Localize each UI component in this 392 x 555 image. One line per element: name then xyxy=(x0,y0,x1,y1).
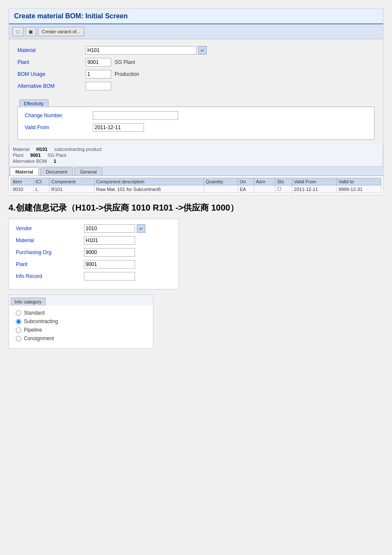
material-input[interactable] xyxy=(86,46,196,55)
table-cell-9: 9999-12-31 xyxy=(337,185,381,193)
effectivity-tab-area: Effectivity xyxy=(17,101,375,107)
toolbar: □ ▣ Create variant of... xyxy=(9,24,383,39)
table-cell-7: ☐ xyxy=(275,185,292,193)
summary-material-label: Material xyxy=(13,147,29,152)
item-table-container: Item ICt Component Component description… xyxy=(9,176,383,195)
check-icon: ▣ xyxy=(29,29,33,35)
info-record-input[interactable] xyxy=(84,272,135,280)
compact-summary: Material H101 subcontracting product Pla… xyxy=(9,145,383,167)
radio-options-container: StandardSubcontractingPipelineConsignmen… xyxy=(16,310,146,341)
radio-row-pipeline: Pipeline xyxy=(16,327,146,333)
purch-org-input[interactable] xyxy=(84,248,135,257)
vendor-label: Vendor xyxy=(16,225,84,231)
page-title: Create material BOM: Initial Screen xyxy=(14,12,128,20)
item-table: Item ICt Component Component description… xyxy=(11,178,381,193)
material-value-group: ↵ xyxy=(86,46,207,55)
radio-consignment[interactable] xyxy=(16,336,21,341)
table-cell-2: R101 xyxy=(49,185,94,193)
valid-from-row: Valid From xyxy=(25,123,367,132)
table-header-row: Item ICt Component Component description… xyxy=(11,178,381,185)
col-valid-from: Valid From xyxy=(292,178,337,185)
summary-alt-bom-value: 1 xyxy=(54,159,56,164)
col-sts: Sts xyxy=(275,178,292,185)
radio-row-consignment: Consignment xyxy=(16,335,146,341)
tab-material[interactable]: Material xyxy=(10,168,39,176)
table-cell-4 xyxy=(204,185,238,193)
table-cell-3: Raw Mat. 101 for Subcontract6 xyxy=(94,185,204,193)
summary-row-3: Alternative BOM 1 xyxy=(13,159,379,164)
summary-material-desc: subcontracting product xyxy=(54,147,101,152)
info-record-row: Info Record xyxy=(16,272,172,280)
plant-input[interactable] xyxy=(86,58,111,66)
summary-plant-value: 9001 xyxy=(30,153,40,158)
summary-material-value: H101 xyxy=(36,147,47,152)
material-match-button[interactable]: ↵ xyxy=(198,46,207,55)
summary-row-1: Material H101 subcontracting product xyxy=(13,147,379,152)
radio-standard[interactable] xyxy=(16,310,21,316)
effectivity-section: Change Number Valid From xyxy=(17,107,375,140)
info-material-label: Material xyxy=(16,237,84,243)
bom-usage-row: BOM Usage Production xyxy=(17,70,375,78)
table-cell-6 xyxy=(254,185,275,193)
info-plant-input[interactable] xyxy=(84,260,135,269)
radio-label-standard: Standard xyxy=(24,310,45,316)
valid-from-input[interactable] xyxy=(93,123,144,132)
summary-alt-bom-label: Alternative BOM xyxy=(13,159,47,164)
summary-plant-desc: SG Plant xyxy=(48,153,66,158)
table-cell-8: 2011-12-11 xyxy=(292,185,337,193)
vendor-input[interactable] xyxy=(84,224,135,233)
vendor-row: Vendor ↵ xyxy=(16,224,172,233)
radio-pipeline[interactable] xyxy=(16,327,21,333)
table-row: 0010LR101Raw Mat. 101 for Subcontract6EA… xyxy=(11,185,381,193)
tab-general[interactable]: General xyxy=(75,168,102,176)
bom-title-bar: Create material BOM: Initial Screen xyxy=(9,9,383,24)
summary-plant-label: Plant xyxy=(13,153,23,158)
bom-usage-value-group: Production xyxy=(86,70,139,78)
info-record-label: Info Record xyxy=(16,273,84,279)
alt-bom-value-group xyxy=(86,82,111,90)
tab-document[interactable]: Document xyxy=(40,168,73,176)
material-row: Material ↵ xyxy=(17,46,375,55)
item-table-body: 0010LR101Raw Mat. 101 for Subcontract6EA… xyxy=(11,185,381,193)
bom-usage-input[interactable] xyxy=(86,70,111,78)
radio-subcontracting[interactable] xyxy=(16,319,21,324)
info-material-input[interactable] xyxy=(84,236,135,245)
info-plant-row: Plant xyxy=(16,260,172,269)
toolbar-btn-2[interactable]: ▣ xyxy=(25,27,36,36)
col-valid-to: Valid to xyxy=(337,178,381,185)
plant-value-group: SG Plant xyxy=(86,58,135,66)
col-un: Un xyxy=(238,178,254,185)
save-icon: □ xyxy=(17,29,20,34)
purch-org-label: Purchasing Org. xyxy=(16,249,84,255)
alt-bom-input[interactable] xyxy=(86,82,111,90)
col-item: Item xyxy=(11,178,34,185)
col-asm: Asm xyxy=(254,178,275,185)
table-cell-5: EA xyxy=(238,185,254,193)
radio-row-subcontracting: Subcontracting xyxy=(16,318,146,324)
plant-row: Plant SG Plant xyxy=(17,58,375,66)
change-number-input[interactable] xyxy=(93,111,178,120)
purch-org-row: Purchasing Org. xyxy=(16,248,172,257)
info-category-content: StandardSubcontractingPipelineConsignmen… xyxy=(9,306,153,348)
change-number-row: Change Number xyxy=(25,111,367,120)
alt-bom-row: Alternative BOM xyxy=(17,82,375,90)
create-variant-button[interactable]: Create variant of... xyxy=(38,27,84,36)
bom-section: Create material BOM: Initial Screen □ ▣ … xyxy=(9,9,383,195)
info-material-row: Material xyxy=(16,236,172,245)
info-category-tab-bar: Info category xyxy=(9,295,153,306)
effectivity-tab[interactable]: Effectivity xyxy=(19,99,49,107)
col-component: Component xyxy=(49,178,94,185)
table-cell-0: 0010 xyxy=(11,185,34,193)
radio-label-pipeline: Pipeline xyxy=(24,327,42,333)
col-ict: ICt xyxy=(34,178,49,185)
page-container: Create material BOM: Initial Screen □ ▣ … xyxy=(9,9,383,349)
vendor-match-button[interactable]: ↵ xyxy=(137,224,145,233)
bom-usage-description: Production xyxy=(115,71,139,77)
radio-row-standard: Standard xyxy=(16,310,146,316)
toolbar-btn-1[interactable]: □ xyxy=(12,27,23,36)
info-form: Vendor ↵ Material Purchasing Org. Plant xyxy=(9,219,179,289)
material-label: Material xyxy=(17,47,86,53)
bom-form: Material ↵ Plant SG Plant BOM Usage xyxy=(9,39,383,101)
info-category-tab[interactable]: Info category xyxy=(11,298,46,306)
table-cell-1: L xyxy=(34,185,49,193)
